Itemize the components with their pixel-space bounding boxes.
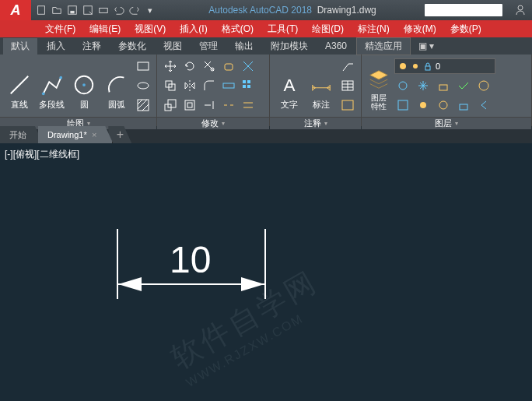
ribbon-tab-parametric[interactable]: 参数化 xyxy=(110,38,154,55)
layer-freeze-icon[interactable] xyxy=(415,77,432,94)
drawing-canvas[interactable]: [-][俯视][二维线框] 软件自学网 WWW.RJZXW.COM 10 xyxy=(0,143,532,401)
menu-view[interactable]: 视图(V) xyxy=(128,21,172,37)
menu-insert[interactable]: 插入(I) xyxy=(173,21,213,37)
ribbon-tab-annotate[interactable]: 注释 xyxy=(75,38,109,55)
polyline-button[interactable]: 多段线 xyxy=(37,58,67,111)
ribbon-tab-view[interactable]: 视图 xyxy=(156,38,190,55)
polyline-icon xyxy=(40,72,65,97)
menu-edit[interactable]: 编辑(E) xyxy=(83,21,127,37)
svg-rect-29 xyxy=(342,100,353,110)
svg-point-7 xyxy=(42,92,45,95)
ribbon-tab-manage[interactable]: 管理 xyxy=(191,38,226,55)
copy-icon[interactable] xyxy=(162,77,179,94)
panel-annot-label[interactable]: 注释 xyxy=(270,117,361,129)
svg-point-12 xyxy=(138,83,149,89)
saveas-icon[interactable] xyxy=(81,3,95,17)
circle-button[interactable]: 圆 xyxy=(70,58,100,111)
panel-annotation: A 文字 标注 注释 xyxy=(270,55,362,126)
layer-prev-icon[interactable] xyxy=(475,97,492,114)
scale-icon[interactable] xyxy=(162,97,179,114)
offset-icon[interactable] xyxy=(181,97,198,114)
menu-draw[interactable]: 绘图(D) xyxy=(306,21,350,37)
rotate-icon[interactable] xyxy=(181,58,198,75)
arc-button[interactable]: 圆弧 xyxy=(102,58,131,111)
menu-tools[interactable]: 工具(T) xyxy=(261,21,304,37)
rectangle-icon[interactable] xyxy=(135,58,152,75)
ribbon-tab-insert[interactable]: 插入 xyxy=(39,38,73,55)
menu-file[interactable]: 文件(F) xyxy=(39,21,82,37)
ribbon-tab-default[interactable]: 默认 xyxy=(3,38,37,55)
line-button[interactable]: 直线 xyxy=(5,58,34,111)
svg-text:A: A xyxy=(283,76,295,95)
open-icon[interactable] xyxy=(50,3,64,17)
table-icon[interactable] xyxy=(339,77,356,94)
svg-rect-34 xyxy=(439,85,447,90)
search-input[interactable] xyxy=(425,4,502,16)
ellipse-icon[interactable] xyxy=(135,77,152,94)
line-icon xyxy=(7,72,32,97)
svg-rect-21 xyxy=(243,85,246,88)
svg-rect-22 xyxy=(247,85,250,88)
join-icon[interactable] xyxy=(240,97,257,114)
close-tab-icon[interactable]: × xyxy=(92,130,96,139)
menu-dimension[interactable]: 标注(N) xyxy=(352,21,396,37)
panel-layers: 图层 特性 0 xyxy=(362,55,532,126)
ribbon: 直线 多段线 圆 圆弧 绘图 xyxy=(0,55,532,126)
leader-icon[interactable] xyxy=(339,58,356,75)
ribbon-tab-output[interactable]: 输出 xyxy=(227,38,261,55)
layer-thaw-icon[interactable] xyxy=(435,97,452,114)
panel-draw: 直线 多段线 圆 圆弧 绘图 xyxy=(0,55,157,126)
arrow-right-icon xyxy=(241,276,264,293)
svg-rect-13 xyxy=(138,100,149,111)
menu-parametric[interactable]: 参数(P) xyxy=(444,21,488,37)
fillet-icon[interactable] xyxy=(201,77,218,94)
menu-modify[interactable]: 修改(M) xyxy=(397,21,443,37)
arc-icon xyxy=(104,72,129,97)
layer-iso-icon[interactable] xyxy=(394,97,411,114)
layer-match-icon[interactable] xyxy=(475,77,492,94)
viewport-label[interactable]: [-][俯视][二维线框] xyxy=(5,148,79,161)
stretch-icon[interactable] xyxy=(220,77,237,94)
ribbon-expand-icon[interactable]: ▣ ▾ xyxy=(412,40,440,51)
panel-layers-label[interactable]: 图层 xyxy=(362,117,531,129)
explode-icon[interactable] xyxy=(240,58,257,75)
tab-drawing1[interactable]: Drawing1* × xyxy=(38,126,113,143)
qat-dropdown-icon[interactable]: ▾ xyxy=(143,3,157,17)
array-icon[interactable] xyxy=(240,77,257,94)
break-icon[interactable] xyxy=(220,97,237,114)
mirror-icon[interactable] xyxy=(181,77,198,94)
ribbon-tab-featured[interactable]: 精选应用 xyxy=(356,37,411,55)
ribbon-tabs: 默认 插入 注释 参数化 视图 管理 输出 附加模块 A360 精选应用 ▣ ▾ xyxy=(0,37,532,55)
layer-combo[interactable]: 0 xyxy=(394,58,495,74)
ribbon-tab-addins[interactable]: 附加模块 xyxy=(263,38,316,55)
layer-lock-icon[interactable] xyxy=(435,77,452,94)
text-button[interactable]: A 文字 xyxy=(275,58,304,111)
layer-on-icon[interactable] xyxy=(415,97,432,114)
plot-icon[interactable] xyxy=(96,3,110,17)
undo-icon[interactable] xyxy=(112,3,126,17)
redo-icon[interactable] xyxy=(128,3,142,17)
svg-rect-2 xyxy=(70,11,74,14)
extend-icon[interactable] xyxy=(201,97,218,114)
move-icon[interactable] xyxy=(162,58,179,75)
hatch-icon[interactable] xyxy=(135,97,152,114)
layer-off-icon[interactable] xyxy=(394,77,411,94)
dimension-button[interactable]: 标注 xyxy=(307,58,337,111)
svg-rect-11 xyxy=(138,62,149,70)
erase-icon[interactable] xyxy=(220,58,237,75)
save-icon[interactable] xyxy=(65,3,79,17)
dimension-text: 10 xyxy=(170,238,211,281)
layer-properties-button[interactable]: 图层 特性 xyxy=(366,58,391,111)
quick-access-toolbar: ▾ xyxy=(31,3,160,17)
sign-in-icon[interactable] xyxy=(509,4,532,16)
mtext-icon[interactable] xyxy=(339,97,356,114)
ribbon-tab-a360[interactable]: A360 xyxy=(317,39,355,53)
menu-format[interactable]: 格式(O) xyxy=(215,21,260,37)
new-icon[interactable] xyxy=(34,3,48,17)
dimension-icon xyxy=(309,72,334,97)
panel-modify-label[interactable]: 修改 xyxy=(157,117,269,129)
layer-make-current-icon[interactable] xyxy=(455,77,472,94)
app-logo[interactable]: A xyxy=(0,0,31,20)
trim-icon[interactable] xyxy=(201,58,218,75)
layer-unlock-icon[interactable] xyxy=(455,97,472,114)
